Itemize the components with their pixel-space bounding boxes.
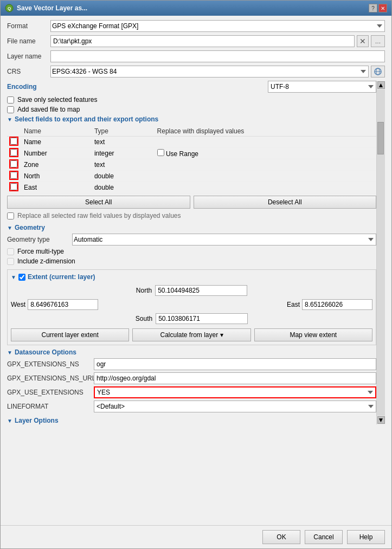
field-checkbox-east[interactable] <box>10 183 17 190</box>
geometry-section: ▼ Geometry Geometry type Automatic Force… <box>7 224 376 265</box>
extent-buttons: Current layer extent Calculate from laye… <box>11 328 372 341</box>
scrollbar[interactable]: ▲ ▼ <box>376 81 385 424</box>
extent-collapse-arrow[interactable]: ▼ <box>11 274 16 280</box>
include-z-row: Include z-dimension <box>7 257 376 265</box>
map-view-btn[interactable]: Map view extent <box>254 328 372 341</box>
field-checkbox-north[interactable] <box>10 172 17 179</box>
col-type: Type <box>91 126 154 137</box>
geometry-header: ▼ Geometry <box>7 224 376 231</box>
fields-header: ▼ Select fields to export and their expo… <box>7 115 376 123</box>
datasource-header-label: Datasource Options <box>15 348 76 356</box>
replace-values-row: Replace all selected raw field values by… <box>7 212 376 219</box>
format-select[interactable]: GPS eXchange Format [GPX] <box>50 20 385 32</box>
dialog-title: Save Vector Layer as... <box>17 4 87 12</box>
select-buttons: Select All Deselect All <box>7 196 376 209</box>
cancel-button[interactable]: Cancel <box>305 530 343 544</box>
help-title-btn[interactable]: ? <box>369 4 377 12</box>
field-replace-east <box>154 182 376 193</box>
geometry-type-select[interactable]: Automatic <box>72 234 376 246</box>
scroll-thumb[interactable] <box>377 122 384 154</box>
col-name: Name <box>21 126 91 137</box>
field-type-name: text <box>91 137 154 148</box>
south-label: South <box>136 315 152 322</box>
field-type-number: integer <box>91 148 154 159</box>
north-input[interactable] <box>155 285 247 296</box>
scroll-down-btn[interactable]: ▼ <box>377 416 385 424</box>
filename-browse-btn[interactable]: … <box>371 35 385 47</box>
ds-row-4: LINEFORMAT <Default> <box>7 401 376 412</box>
row-checkbox-cell <box>7 159 21 171</box>
west-label: West <box>11 301 25 308</box>
filename-clear-btn[interactable]: ✕ <box>357 35 369 47</box>
crs-globe-btn[interactable] <box>371 66 385 77</box>
field-type-north: double <box>91 171 154 182</box>
south-row: South <box>11 313 372 324</box>
geometry-header-label: Geometry <box>15 224 45 231</box>
scroll-content: Encoding UTF-8 Save only selected featur… <box>7 81 376 424</box>
ds-select-lineformat[interactable]: <Default> <box>94 401 376 412</box>
layername-label: Layer name <box>7 53 50 60</box>
fields-table: Name Type Replace with displayed values … <box>7 126 376 193</box>
ds-value-2[interactable] <box>94 372 376 384</box>
ds-key-3: GPX_USE_EXTENSIONS <box>7 389 94 396</box>
crs-row: CRS EPSG:4326 - WGS 84 <box>7 66 385 77</box>
scroll-up-btn[interactable]: ▲ <box>377 81 385 89</box>
extent-checkbox[interactable] <box>18 274 25 281</box>
add-saved-file-label: Add saved file to map <box>17 106 80 113</box>
filename-input[interactable] <box>50 35 355 47</box>
force-multi-checkbox[interactable] <box>7 248 14 255</box>
layer-options-header: ▼ Layer Options <box>7 417 376 424</box>
field-checkbox-number[interactable] <box>10 149 17 156</box>
close-title-btn[interactable]: ✕ <box>378 4 387 12</box>
select-all-btn[interactable]: Select All <box>7 196 190 209</box>
filename-row: File name ✕ … <box>7 35 385 47</box>
help-button[interactable]: Help <box>347 530 385 544</box>
encoding-row: Encoding UTF-8 <box>7 81 376 93</box>
fields-collapse-arrow[interactable]: ▼ <box>7 117 12 122</box>
east-input[interactable] <box>302 299 372 310</box>
encoding-label: Encoding <box>7 83 37 91</box>
west-input[interactable] <box>28 299 98 310</box>
add-saved-file-checkbox[interactable] <box>7 106 14 113</box>
replace-values-label: Replace all selected raw field values by… <box>17 212 181 219</box>
east-label: East <box>287 301 300 308</box>
current-layer-btn[interactable]: Current layer extent <box>11 328 129 341</box>
table-row: East double <box>7 182 376 193</box>
field-replace-number: Use Range <box>154 148 376 159</box>
use-range-checkbox[interactable] <box>157 149 164 156</box>
ok-button[interactable]: OK <box>262 530 300 544</box>
title-bar-left: Q Save Vector Layer as... <box>5 4 87 12</box>
scroll-track[interactable] <box>377 89 385 416</box>
format-row: Format GPS eXchange Format [GPX] <box>7 20 385 32</box>
encoding-select[interactable]: UTF-8 <box>268 81 376 93</box>
ds-row-1: GPX_EXTENSIONS_NS <box>7 358 376 370</box>
layer-options-collapse-arrow[interactable]: ▼ <box>7 418 12 424</box>
datasource-collapse-arrow[interactable]: ▼ <box>7 350 12 356</box>
use-range-label: Use Range <box>166 150 198 158</box>
svg-text:Q: Q <box>8 6 11 11</box>
include-z-checkbox[interactable] <box>7 258 14 265</box>
ds-select-extensions[interactable]: YES NO <box>94 386 376 398</box>
layer-options-section: ▼ Layer Options <box>7 417 376 424</box>
crs-select[interactable]: EPSG:4326 - WGS 84 <box>50 66 369 77</box>
south-input[interactable] <box>156 313 248 324</box>
field-name-north: North <box>21 171 91 182</box>
deselect-all-btn[interactable]: Deselect All <box>194 196 377 209</box>
field-name-east: East <box>21 182 91 193</box>
main-content: Format GPS eXchange Format [GPX] File na… <box>1 16 391 525</box>
ds-value-1[interactable] <box>94 358 376 370</box>
save-only-selected-checkbox[interactable] <box>7 96 14 104</box>
ds-row-2: GPX_EXTENSIONS_NS_URL <box>7 372 376 384</box>
crs-label: CRS <box>7 68 50 75</box>
field-checkbox-zone[interactable] <box>10 160 17 167</box>
field-checkbox-name[interactable] <box>10 138 17 145</box>
extent-section: ▼ Extent (current: layer) North West <box>7 269 376 345</box>
calculate-from-btn[interactable]: Calculate from layer ▾ <box>132 328 250 341</box>
geometry-collapse-arrow[interactable]: ▼ <box>7 225 12 231</box>
geometry-type-label: Geometry type <box>7 236 72 243</box>
save-only-selected-row: Save only selected features <box>7 96 376 104</box>
layername-input[interactable] <box>50 50 385 62</box>
table-row: North double <box>7 171 376 182</box>
field-replace-north <box>154 171 376 182</box>
replace-values-checkbox[interactable] <box>7 212 14 219</box>
